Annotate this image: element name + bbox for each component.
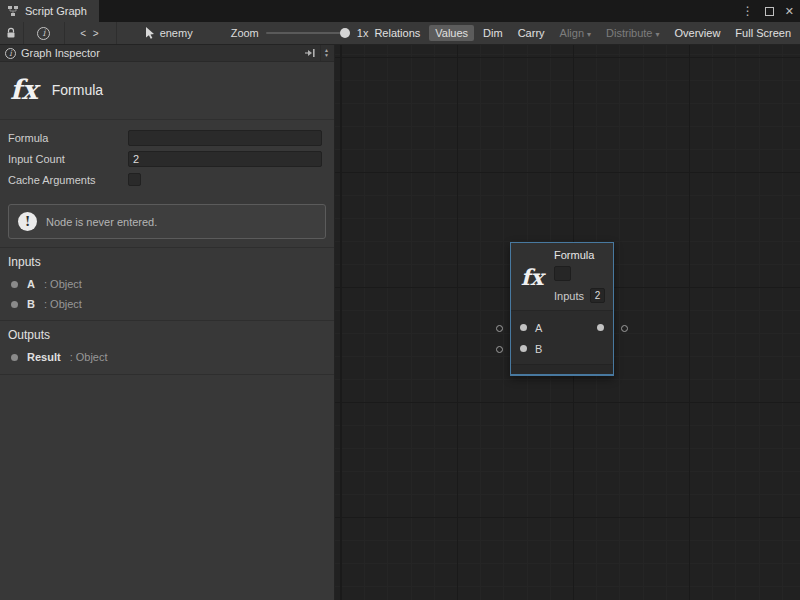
node-footer (511, 364, 613, 374)
cursor-icon (145, 27, 155, 39)
toolbar-buttons: Relations Values Dim Carry Align▾ Distri… (368, 25, 800, 41)
formula-node-header[interactable]: fx Formula Inputs 2 (511, 243, 613, 310)
port-dot-icon (11, 281, 18, 288)
graph-inspector-panel: i Graph Inspector ▲ ▼ fx Formula Formula (0, 45, 335, 600)
zoom-label: Zoom (231, 27, 259, 39)
unit-fields: Formula Input Count Cache Arguments (0, 120, 334, 194)
kebab-menu-icon[interactable]: ⋮ (742, 4, 754, 18)
port-dot-icon (11, 354, 18, 361)
external-port-ring-result[interactable] (621, 325, 628, 332)
tab-script-graph[interactable]: Script Graph (0, 0, 99, 22)
zoom-slider-handle[interactable] (340, 28, 350, 38)
graph-toolbar: i < > enemy Zoom 1x Relations Values Dim… (0, 22, 800, 45)
input-port-row-b: B Object (0, 294, 334, 314)
script-graph-icon (7, 5, 19, 17)
inputs-section-header: Inputs (0, 248, 334, 274)
node-inputs-label: Inputs (554, 290, 584, 302)
edit-target[interactable]: enemy (145, 27, 193, 39)
code-icon: < > (80, 28, 100, 39)
external-port-ring-b[interactable] (496, 346, 503, 353)
inspector-toggle-button[interactable]: i (24, 22, 66, 44)
formula-fx-icon: fx (10, 74, 38, 105)
relations-button[interactable]: Relations (368, 25, 426, 41)
chevron-down-icon: ▾ (587, 30, 591, 39)
formula-node[interactable]: fx Formula Inputs 2 A B (510, 242, 614, 376)
unit-title: Formula (52, 82, 103, 98)
window-tabbar: Script Graph ⋮ ✕ (0, 0, 800, 22)
formula-input[interactable] (128, 130, 322, 146)
node-port-row-b: B (511, 338, 613, 359)
lock-button[interactable] (0, 22, 24, 44)
input-count-field-row: Input Count (8, 148, 322, 169)
warning-text: Node is never entered. (46, 216, 157, 228)
chevron-down-icon: ▾ (656, 30, 660, 39)
tab-label: Script Graph (25, 5, 87, 17)
formula-field-label: Formula (8, 132, 128, 144)
divider (0, 374, 334, 375)
scroll-spinner[interactable]: ▲ ▼ (320, 45, 332, 61)
external-port-ring-a[interactable] (496, 325, 503, 332)
spinner-down-icon[interactable]: ▼ (324, 53, 329, 58)
info-icon: i (37, 27, 50, 40)
cache-arguments-field-row: Cache Arguments (8, 169, 322, 190)
port-dot-icon (11, 301, 18, 308)
outputs-section-header: Outputs (0, 321, 334, 347)
zoom-value: 1x (357, 27, 369, 39)
overview-button[interactable]: Overview (669, 25, 727, 41)
info-icon: i (5, 48, 16, 59)
node-formula-input[interactable] (554, 266, 571, 281)
graph-inspector-header: i Graph Inspector ▲ ▼ (0, 45, 334, 62)
graph-canvas[interactable]: fx Formula Inputs 2 A B (335, 45, 800, 600)
unit-title-block: fx Formula (0, 62, 334, 120)
warning-icon: ! (18, 212, 37, 231)
fullscreen-button[interactable]: Full Screen (729, 25, 797, 41)
cache-arguments-checkbox[interactable] (128, 173, 141, 186)
output-port-row-result: Result Object (0, 347, 334, 367)
code-view-button[interactable]: < > (65, 22, 116, 44)
input-port-a-icon[interactable] (520, 324, 527, 331)
warning-box: ! Node is never entered. (8, 204, 326, 239)
input-count-input[interactable] (128, 151, 322, 167)
maximize-icon[interactable] (765, 7, 774, 16)
zoom-control: Zoom 1x (231, 27, 369, 39)
window-controls: ⋮ ✕ (742, 0, 794, 22)
output-port-result-icon[interactable] (597, 324, 604, 331)
close-icon[interactable]: ✕ (785, 5, 794, 18)
input-port-b-icon[interactable] (520, 345, 527, 352)
carry-button[interactable]: Carry (512, 25, 551, 41)
dock-panel-icon[interactable] (304, 48, 316, 58)
node-title: Formula (554, 249, 605, 262)
graph-inspector-title: Graph Inspector (21, 47, 100, 59)
formula-fx-icon: fx (517, 264, 547, 290)
zoom-slider[interactable] (266, 32, 350, 34)
input-count-field-label: Input Count (8, 153, 128, 165)
lock-icon (6, 27, 16, 39)
formula-field-row: Formula (8, 127, 322, 148)
distribute-button[interactable]: Distribute▾ (600, 25, 665, 41)
input-port-row-a: A Object (0, 274, 334, 294)
align-button[interactable]: Align▾ (554, 25, 597, 41)
node-port-row-a: A (511, 317, 613, 338)
node-ports-section: A B (511, 310, 613, 364)
values-button[interactable]: Values (429, 25, 474, 41)
cache-arguments-field-label: Cache Arguments (8, 174, 128, 186)
edit-target-label: enemy (160, 27, 193, 39)
dim-button[interactable]: Dim (477, 25, 509, 41)
node-input-count-input[interactable]: 2 (590, 288, 605, 303)
